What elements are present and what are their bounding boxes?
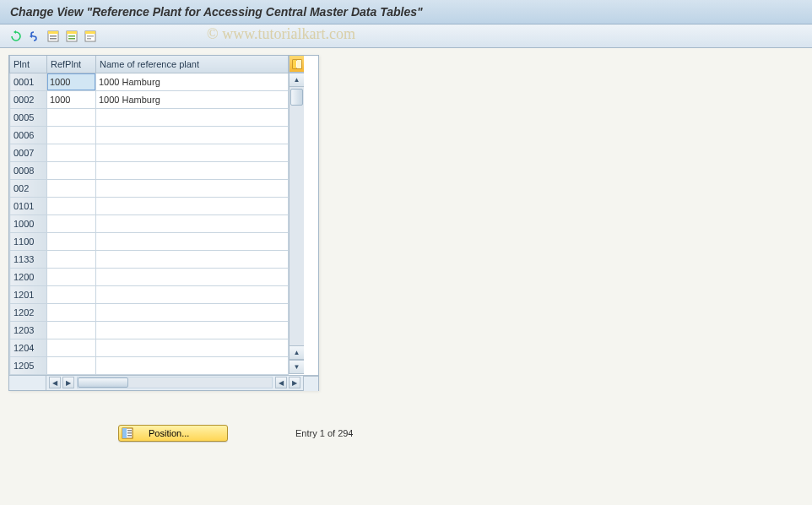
plnt-cell[interactable]: 1201 <box>10 285 47 303</box>
position-button[interactable]: Position... <box>118 425 228 442</box>
select-all-icon[interactable] <box>46 29 61 44</box>
table-row[interactable]: 1201 <box>10 285 289 303</box>
refplnt-input[interactable] <box>47 127 95 144</box>
plnt-cell[interactable]: 1100 <box>10 232 47 250</box>
plnt-cell[interactable]: 0005 <box>10 108 47 126</box>
deselect-icon[interactable] <box>83 29 98 44</box>
refname-input[interactable] <box>96 109 288 126</box>
table-row[interactable]: 1205 <box>10 356 289 374</box>
plnt-cell[interactable]: 0008 <box>10 161 47 179</box>
svg-rect-7 <box>68 38 75 40</box>
table-row[interactable]: 1133 <box>10 250 289 268</box>
plnt-cell[interactable]: 0002 <box>10 90 47 108</box>
refname-input[interactable] <box>96 251 288 268</box>
page-title: Change View "Reference Plant for Accessi… <box>10 5 423 19</box>
table-row[interactable]: 1200 <box>10 268 289 285</box>
refname-input[interactable] <box>96 144 288 161</box>
plnt-cell[interactable]: 0101 <box>10 197 47 214</box>
refplnt-input[interactable] <box>47 304 95 321</box>
refplnt-input[interactable] <box>47 91 95 108</box>
column-header-plnt[interactable]: Plnt <box>10 56 47 73</box>
hscroll-thumb[interactable] <box>78 377 128 388</box>
refname-input[interactable] <box>96 127 288 144</box>
scroll-up2-icon[interactable]: ▲ <box>290 345 304 360</box>
footer: Position... Entry 1 of 294 <box>0 425 812 442</box>
refname-input[interactable] <box>96 73 288 90</box>
refplnt-input[interactable] <box>47 162 95 179</box>
save-icon[interactable] <box>64 29 79 44</box>
table-row[interactable]: 1000 <box>10 214 289 232</box>
refplnt-input[interactable] <box>47 180 95 197</box>
data-table: Plnt RefPlnt Name of reference plant 000… <box>9 56 289 375</box>
hscroll-right2-icon[interactable]: ▶ <box>289 377 300 388</box>
svg-rect-11 <box>87 38 91 40</box>
scroll-track-vertical[interactable] <box>290 87 304 345</box>
column-header-refplnt[interactable]: RefPlnt <box>47 56 96 73</box>
plnt-cell[interactable]: 1000 <box>10 214 47 232</box>
plnt-cell[interactable]: 1202 <box>10 303 47 321</box>
refname-input[interactable] <box>96 162 288 179</box>
refplnt-input[interactable] <box>47 286 95 303</box>
refplnt-input[interactable] <box>47 251 95 268</box>
position-button-label: Position... <box>149 428 189 438</box>
refname-input[interactable] <box>96 286 288 303</box>
refname-input[interactable] <box>96 339 288 356</box>
scroll-down-icon[interactable]: ▼ <box>290 360 304 374</box>
table-row[interactable]: 0008 <box>10 161 289 179</box>
plnt-cell[interactable]: 1133 <box>10 250 47 268</box>
refname-input[interactable] <box>96 269 288 285</box>
change-icon[interactable] <box>27 29 42 44</box>
refplnt-input[interactable] <box>47 322 95 339</box>
table-row[interactable]: 1204 <box>10 339 289 356</box>
refplnt-input[interactable] <box>47 357 95 374</box>
refname-input[interactable] <box>96 215 288 232</box>
plnt-cell[interactable]: 1200 <box>10 268 47 285</box>
refplnt-input[interactable] <box>47 144 95 161</box>
svg-rect-2 <box>50 35 57 37</box>
table-row[interactable]: 0005 <box>10 108 289 126</box>
svg-rect-17 <box>127 430 132 432</box>
refplnt-input[interactable] <box>47 269 95 285</box>
refplnt-input[interactable] <box>47 233 95 250</box>
refname-input[interactable] <box>96 198 288 214</box>
scroll-thumb-vertical[interactable] <box>290 89 303 106</box>
undo-icon[interactable] <box>8 29 24 44</box>
table-row[interactable]: 0101 <box>10 197 289 214</box>
table-row[interactable]: 002 <box>10 179 289 197</box>
column-header-name[interactable]: Name of reference plant <box>96 56 289 73</box>
plnt-cell[interactable]: 0006 <box>10 126 47 144</box>
refplnt-input[interactable] <box>47 215 95 232</box>
table-row[interactable]: 1202 <box>10 303 289 321</box>
svg-rect-3 <box>50 38 57 40</box>
hscroll-right-icon[interactable]: ▶ <box>62 377 74 388</box>
refplnt-input[interactable] <box>47 198 95 214</box>
plnt-cell[interactable]: 0007 <box>10 144 47 161</box>
toolbar <box>0 24 812 48</box>
hscroll-track[interactable] <box>77 377 273 388</box>
hscroll-left-icon[interactable]: ◀ <box>49 377 61 388</box>
plnt-cell[interactable]: 0001 <box>10 73 47 90</box>
table-row[interactable]: 0007 <box>10 144 289 161</box>
plnt-cell[interactable]: 1203 <box>10 321 47 339</box>
refname-input[interactable] <box>96 180 288 197</box>
refplnt-input[interactable] <box>47 109 95 126</box>
refname-input[interactable] <box>96 322 288 339</box>
plnt-cell[interactable]: 002 <box>10 179 47 197</box>
refname-input[interactable] <box>96 233 288 250</box>
refname-input[interactable] <box>96 357 288 374</box>
scroll-up-icon[interactable]: ▲ <box>290 73 304 87</box>
hscroll-left2-icon[interactable]: ◀ <box>275 377 287 388</box>
table-row[interactable]: 1100 <box>10 232 289 250</box>
plnt-cell[interactable]: 1204 <box>10 339 47 356</box>
plnt-cell[interactable]: 1205 <box>10 356 47 374</box>
table-row[interactable]: 0006 <box>10 126 289 144</box>
table-row[interactable]: 0001 <box>10 73 289 90</box>
table-config-icon[interactable] <box>289 56 304 73</box>
table-row[interactable]: 0002 <box>10 90 289 108</box>
refname-input[interactable] <box>96 304 288 321</box>
refplnt-input[interactable] <box>47 73 95 90</box>
refplnt-input[interactable] <box>47 339 95 356</box>
table-row[interactable]: 1203 <box>10 321 289 339</box>
refname-input[interactable] <box>96 91 288 108</box>
horizontal-scroll: ◀ ▶ ◀ ▶ <box>9 375 318 390</box>
